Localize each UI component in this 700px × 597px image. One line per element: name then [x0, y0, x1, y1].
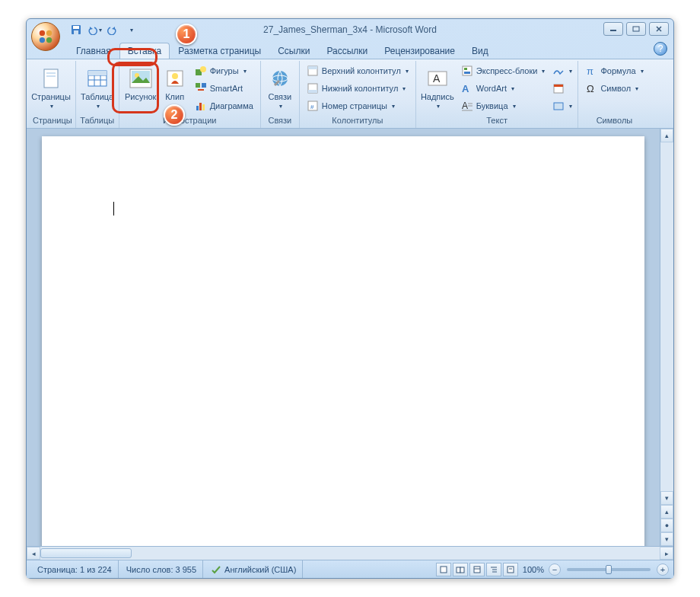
minimize-icon	[609, 26, 617, 32]
zoom-slider[interactable]	[567, 568, 651, 571]
symbol-button[interactable]: Ω Символ▾	[581, 80, 647, 97]
textbox-button[interactable]: A Надпись ▾	[419, 62, 456, 114]
tab-references[interactable]: Ссылки	[269, 43, 318, 59]
wordart-button[interactable]: A WordArt▾	[457, 80, 549, 97]
signature-button[interactable]: ▾	[550, 62, 574, 79]
zoom-slider-thumb[interactable]	[606, 565, 612, 574]
links-button[interactable]: Связи ▾	[264, 62, 296, 114]
tab-mailings[interactable]: Рассылки	[318, 43, 376, 59]
table-icon	[85, 66, 110, 91]
maximize-button[interactable]	[626, 22, 646, 36]
header-label: Верхний колонтитул	[322, 66, 401, 75]
redo-button[interactable]	[104, 21, 121, 38]
scroll-right-button[interactable]: ▸	[660, 547, 673, 560]
horizontal-scrollbar[interactable]: ◂ ▸	[27, 546, 673, 560]
view-web-button[interactable]	[469, 563, 485, 576]
web-icon	[473, 565, 482, 574]
svg-rect-56	[474, 567, 480, 573]
help-button[interactable]: ?	[654, 42, 667, 56]
pages-button[interactable]: Страницы ▾	[33, 62, 69, 114]
outline-icon	[489, 565, 498, 574]
browse-prev-button[interactable]: ▴	[660, 505, 673, 519]
group-label-tables: Таблицы	[79, 114, 116, 126]
svg-rect-42	[464, 72, 470, 74]
ribbon-tabs: Главная Вставка Разметка страницы Ссылки…	[27, 40, 673, 59]
quickparts-label: Экспресс-блоки	[476, 66, 538, 75]
clip-icon	[163, 66, 187, 91]
view-draft-button[interactable]	[503, 563, 518, 576]
svg-text:π: π	[587, 65, 593, 77]
footer-button[interactable]: Нижний колонтитул▾	[303, 80, 412, 97]
status-language[interactable]: Английский (США)	[205, 560, 303, 578]
zoom-in-button[interactable]: +	[657, 563, 669, 576]
svg-rect-49	[554, 85, 563, 87]
tab-view[interactable]: Вид	[463, 43, 497, 59]
tab-home[interactable]: Главная	[68, 43, 119, 59]
vertical-scrollbar[interactable]: ▴ ▾ ▴ ● ▾	[660, 129, 673, 546]
maximize-icon	[632, 26, 640, 32]
svg-rect-25	[196, 83, 200, 88]
status-words[interactable]: Число слов: 3 955	[120, 560, 203, 578]
smartart-label: SmartArt	[210, 84, 243, 93]
pagenum-button[interactable]: # Номер страницы▾	[303, 97, 412, 114]
zoom-out-button[interactable]: −	[549, 563, 561, 576]
office-button[interactable]	[31, 22, 60, 51]
svg-rect-9	[44, 69, 58, 88]
tab-layout[interactable]: Разметка страницы	[170, 43, 269, 59]
scroll-up-button[interactable]: ▴	[660, 129, 673, 142]
browse-next-button[interactable]: ▾	[660, 532, 673, 546]
shapes-button[interactable]: Фигуры▾	[191, 62, 257, 79]
hscroll-thumb[interactable]	[40, 548, 132, 558]
zoom-level[interactable]: 100%	[523, 565, 544, 574]
chart-button[interactable]: Диаграмма	[191, 97, 257, 114]
tab-insert[interactable]: Вставка	[119, 43, 170, 59]
view-outline-button[interactable]	[486, 563, 501, 576]
header-button[interactable]: Верхний колонтитул▾	[303, 62, 412, 79]
undo-button[interactable]: ▾	[86, 21, 103, 38]
view-print-layout-button[interactable]	[436, 563, 451, 576]
datetime-button[interactable]	[550, 80, 574, 97]
scroll-track[interactable]	[660, 142, 673, 491]
scroll-down-button[interactable]: ▾	[660, 491, 673, 505]
document-viewport[interactable]	[27, 129, 660, 546]
svg-rect-53	[441, 567, 447, 573]
formula-button[interactable]: π Формула▾	[581, 62, 647, 79]
links-label: Связи	[268, 92, 291, 101]
dropcap-icon: A	[461, 100, 473, 112]
smartart-button[interactable]: SmartArt	[191, 80, 257, 97]
formula-icon: π	[585, 65, 597, 77]
group-label-text: Текст	[419, 114, 575, 126]
svg-rect-8	[633, 27, 639, 31]
ribbon: Страницы ▾ Страницы Таблица ▾ Таблицы Ри	[27, 59, 673, 129]
textbox-label: Надпись	[421, 92, 454, 101]
chart-icon	[195, 100, 207, 112]
dropcap-button[interactable]: A Буквица▾	[457, 97, 549, 114]
chevron-down-icon: ▾	[130, 27, 133, 34]
smartart-icon	[195, 82, 207, 94]
browse-select-button[interactable]: ●	[660, 519, 673, 532]
svg-point-3	[46, 37, 52, 43]
svg-rect-41	[464, 68, 467, 70]
text-cursor	[113, 202, 114, 215]
table-button[interactable]: Таблица ▾	[79, 62, 116, 114]
qat-customize-button[interactable]: ▾	[123, 21, 139, 38]
hscroll-track[interactable]	[40, 547, 660, 560]
close-button[interactable]	[649, 22, 669, 36]
svg-point-0	[40, 30, 45, 36]
scroll-left-button[interactable]: ◂	[27, 547, 40, 560]
document-page[interactable]	[42, 136, 644, 546]
save-button[interactable]	[68, 21, 84, 38]
svg-rect-11	[46, 75, 56, 77]
tab-review[interactable]: Рецензирование	[376, 43, 463, 59]
minimize-button[interactable]	[603, 22, 623, 36]
clip-button[interactable]: Клип	[161, 62, 189, 114]
object-button[interactable]: ▾	[550, 97, 574, 114]
picture-button[interactable]: Рисунок	[123, 62, 159, 114]
quickparts-button[interactable]: Экспресс-блоки▾	[457, 62, 549, 79]
svg-point-22	[172, 73, 178, 79]
svg-rect-55	[460, 567, 464, 573]
group-label-illustrations: Иллюстрации	[123, 114, 257, 126]
status-page[interactable]: Страница: 1 из 224	[31, 560, 119, 578]
chart-label: Диаграмма	[210, 101, 253, 110]
view-fullscreen-button[interactable]	[453, 563, 468, 576]
